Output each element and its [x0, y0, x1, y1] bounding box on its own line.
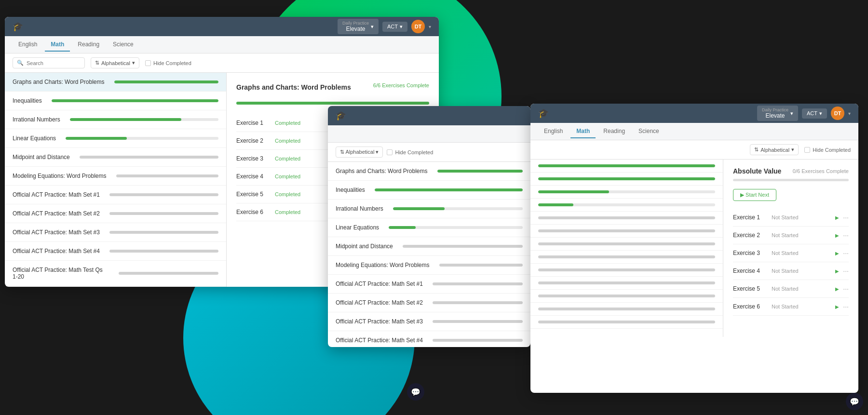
window3-list-item[interactable]: [530, 316, 723, 329]
window3-list-item[interactable]: [530, 251, 723, 264]
window3-progress-bar: [538, 295, 715, 297]
chat-bubble-2[interactable]: 💬: [846, 393, 863, 410]
window2-list-item[interactable]: Linear Equations: [328, 218, 530, 237]
window3-checkbox[interactable]: [804, 147, 810, 153]
window3-list-item[interactable]: [530, 160, 723, 173]
av-play-icon[interactable]: ▶: [835, 233, 839, 238]
av-dots-menu[interactable]: ···: [843, 267, 849, 275]
window3-avatar-btn[interactable]: DT: [831, 107, 844, 120]
window3-progress-bar: [538, 177, 715, 180]
tab-reading[interactable]: Reading: [72, 38, 105, 52]
window3-tab-math[interactable]: Math: [570, 125, 596, 138]
window3-list-item[interactable]: [530, 186, 723, 199]
platform-btn[interactable]: Daily Practice Elevate ▾: [338, 19, 379, 34]
window2-list-item[interactable]: Midpoint and Distance: [328, 237, 530, 256]
list-item[interactable]: Official ACT Practice: Math Set #1: [5, 186, 226, 204]
window2-list-item[interactable]: Official ACT Practice: Math Set #2: [328, 294, 530, 312]
list-item[interactable]: Official ACT Practice: Math Set #3: [5, 223, 226, 242]
window3-exam-btn[interactable]: ACT ▾: [802, 108, 827, 119]
window2-tabs: [328, 125, 530, 143]
window3-tab-science[interactable]: Science: [633, 125, 665, 138]
list-item[interactable]: Official ACT Practice: Math Test Qs 1-20: [5, 261, 226, 286]
window3-list-item[interactable]: [530, 264, 723, 277]
window2-sort-btn[interactable]: ⇅ Alphabetical ▾: [336, 147, 383, 158]
av-play-icon[interactable]: ▶: [835, 215, 839, 220]
window2-list-item[interactable]: Graphs and Charts: Word Problems: [328, 162, 530, 181]
search-box[interactable]: 🔍: [13, 57, 85, 68]
tab-science[interactable]: Science: [107, 38, 139, 52]
window2-list-item[interactable]: Official ACT Practice: Math Set #4: [328, 331, 530, 347]
chat-bubble-1[interactable]: 💬: [407, 383, 424, 401]
window2-hide-completed[interactable]: Hide Completed: [387, 149, 433, 155]
av-play-icon[interactable]: ▶: [835, 268, 839, 274]
toolbar: 🔍 ⇅ Alphabetical ▾ Hide Completed: [5, 54, 439, 73]
progress-bar-fill: [116, 174, 218, 177]
av-dots-menu[interactable]: ···: [843, 303, 849, 310]
search-input[interactable]: [27, 60, 81, 66]
sort-button[interactable]: ⇅ Alphabetical ▾: [91, 57, 139, 68]
avatar-btn[interactable]: DT: [411, 20, 425, 33]
window3-progress-bar: [538, 268, 715, 271]
av-progress-bar: [733, 179, 849, 181]
window3-list-item[interactable]: [530, 225, 723, 238]
window3-progress-bar: [538, 190, 715, 193]
hide-completed-control[interactable]: Hide Completed: [145, 60, 191, 66]
av-exercise-row[interactable]: Exercise 5 Not Started ▶ ···: [733, 280, 849, 298]
av-exercise-row[interactable]: Exercise 6 Not Started ▶ ···: [733, 298, 849, 316]
start-next-button[interactable]: ▶ Start Next: [733, 189, 776, 201]
chevron-down-icon-3[interactable]: ▾: [429, 24, 431, 29]
list-item[interactable]: Midpoint and Distance: [5, 148, 226, 167]
list-item[interactable]: Graphs and Charts: Word Problems: [5, 73, 226, 92]
list-item[interactable]: Irrational Numbers: [5, 110, 226, 129]
list-item[interactable]: Linear Equations: [5, 129, 226, 148]
av-exercise-row[interactable]: Exercise 4 Not Started ▶ ···: [733, 262, 849, 280]
window3-list-item[interactable]: [530, 212, 723, 225]
av-play-icon[interactable]: ▶: [835, 286, 839, 292]
window3-list-item[interactable]: [530, 303, 723, 316]
window3-platform-btn[interactable]: Daily Practice Elevate ▾: [757, 106, 798, 121]
window3-sort-btn[interactable]: ⇅ Alphabetical ▾: [750, 144, 799, 155]
list-item-name: Midpoint and Distance: [13, 154, 70, 161]
av-play-icon[interactable]: ▶: [835, 304, 839, 309]
window3-chevron-3[interactable]: ▾: [848, 111, 851, 116]
window3-list-item[interactable]: [530, 173, 723, 186]
list-item[interactable]: Official ACT Practice: Math Test Qs 21-4…: [5, 286, 226, 287]
window3-list-item[interactable]: [530, 277, 723, 290]
exam-btn[interactable]: ACT ▾: [382, 22, 407, 32]
window2-list-item[interactable]: Irrational Numbers: [328, 200, 530, 218]
av-dots-menu[interactable]: ···: [843, 285, 849, 293]
tab-english[interactable]: English: [13, 38, 43, 52]
window3-list-item[interactable]: [530, 290, 723, 303]
list-item[interactable]: Inequalities: [5, 92, 226, 110]
list-item-name: Graphs and Charts: Word Problems: [13, 79, 105, 85]
list-item[interactable]: Modeling Equations: Word Problems: [5, 167, 226, 186]
hide-completed-checkbox[interactable]: [145, 60, 151, 66]
window3-hide-completed[interactable]: Hide Completed: [804, 147, 851, 153]
window2-list-item[interactable]: Inequalities: [328, 181, 530, 200]
tab-math[interactable]: Math: [45, 38, 70, 52]
av-dots-menu[interactable]: ···: [843, 249, 849, 257]
progress-bar-fill: [109, 193, 218, 196]
window3-list-item[interactable]: [530, 238, 723, 251]
progress-bar-container: [70, 118, 218, 121]
av-dots-menu[interactable]: ···: [843, 231, 849, 239]
window2-list-item[interactable]: Modeling Equations: Word Problems: [328, 256, 530, 275]
window3-list-item[interactable]: [530, 199, 723, 212]
progress-bar-container: [116, 174, 218, 177]
window3-tab-reading[interactable]: Reading: [597, 125, 631, 138]
tabs-bar: English Math Reading Science: [5, 36, 439, 54]
list-item[interactable]: Official ACT Practice: Math Set #4: [5, 242, 226, 261]
av-play-icon[interactable]: ▶: [835, 251, 839, 256]
list-item[interactable]: Official ACT Practice: Math Set #2: [5, 204, 226, 223]
window2-list-item[interactable]: Official ACT Practice: Math Set #1: [328, 275, 530, 294]
exercise-header: Graphs and Charts: Word Problems 6/6 Exe…: [236, 82, 429, 94]
window2-checkbox[interactable]: [387, 149, 393, 155]
exercise-name: Exercise 3: [236, 155, 275, 162]
exercise-name: Exercise 2: [236, 137, 275, 144]
av-exercise-row[interactable]: Exercise 2 Not Started ▶ ···: [733, 227, 849, 244]
av-exercise-row[interactable]: Exercise 1 Not Started ▶ ···: [733, 209, 849, 227]
window3-tab-english[interactable]: English: [538, 125, 569, 138]
window2-list-item[interactable]: Official ACT Practice: Math Set #3: [328, 312, 530, 331]
av-dots-menu[interactable]: ···: [843, 214, 849, 221]
av-exercise-row[interactable]: Exercise 3 Not Started ▶ ···: [733, 244, 849, 262]
